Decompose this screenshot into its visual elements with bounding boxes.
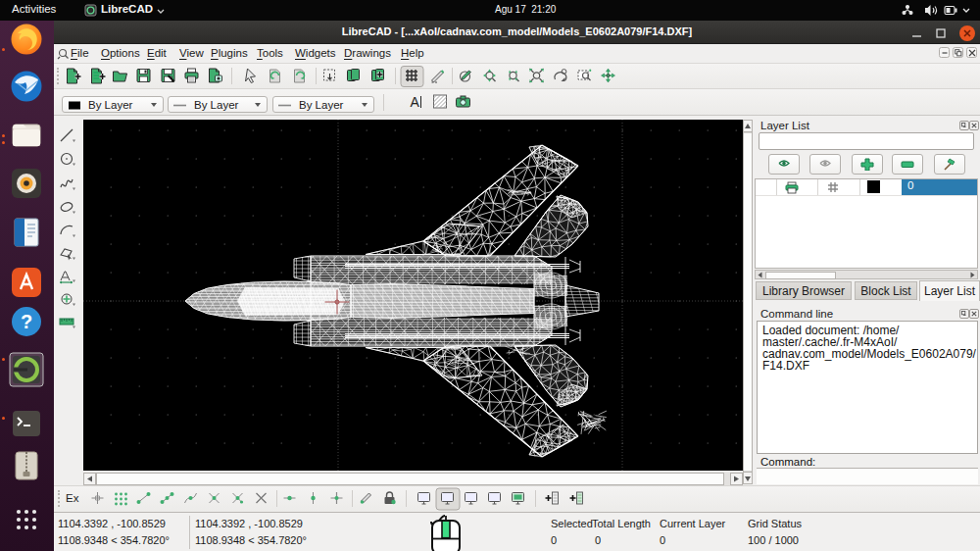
svg-text:A: A: [411, 94, 420, 110]
svg-text:?: ?: [21, 311, 32, 332]
